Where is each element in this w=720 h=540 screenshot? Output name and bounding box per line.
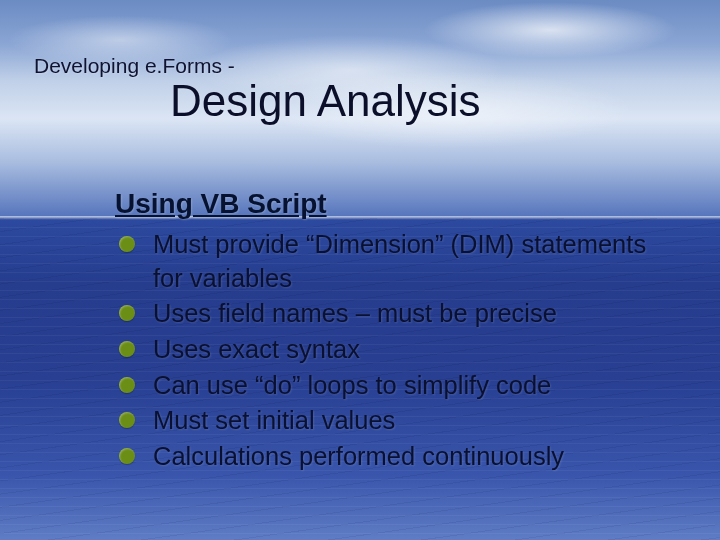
bullet-item: Uses exact syntax <box>115 333 660 367</box>
bullet-item: Must provide “Dimension” (DIM) statement… <box>115 228 660 295</box>
bullet-item: Must set initial values <box>115 404 660 438</box>
slide-subheading: Using VB Script <box>115 188 327 220</box>
bullet-list: Must provide “Dimension” (DIM) statement… <box>115 228 660 476</box>
slide-title: Design Analysis <box>170 76 481 126</box>
bullet-item: Can use “do” loops to simplify code <box>115 369 660 403</box>
slide-pretitle: Developing e.Forms - <box>34 54 235 78</box>
bullet-item: Uses field names – must be precise <box>115 297 660 331</box>
slide: Developing e.Forms - Design Analysis Usi… <box>0 0 720 540</box>
bullet-item: Calculations performed continuously <box>115 440 660 474</box>
content-area: Developing e.Forms - Design Analysis Usi… <box>0 0 720 540</box>
